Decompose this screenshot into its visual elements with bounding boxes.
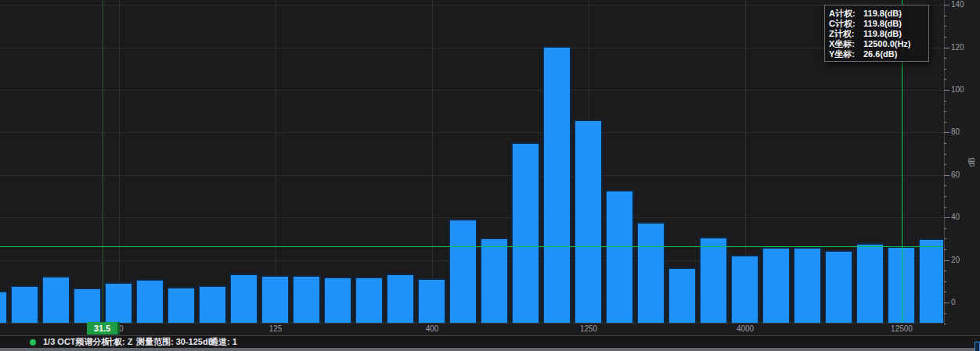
readout-value: 119.8(dB) <box>863 29 924 38</box>
y-axis-line <box>944 0 945 324</box>
bar-1000Hz[interactable] <box>542 46 571 323</box>
bar-2500Hz[interactable] <box>668 267 697 323</box>
bar-125Hz[interactable] <box>261 275 290 323</box>
bar-630Hz[interactable] <box>480 238 509 323</box>
bar-315Hz[interactable] <box>386 274 415 323</box>
y-minor-tick <box>944 324 946 324</box>
channel-label: 通道: 1 <box>210 336 237 348</box>
bar-50Hz[interactable] <box>135 279 164 323</box>
status-bar: 1/3 OCT频谱分析_1 计权: Z 测量范围: 30-125dB 通道: 1 <box>0 336 980 348</box>
y-major-tick <box>944 132 949 133</box>
bar-160Hz[interactable] <box>292 275 321 323</box>
y-minor-tick <box>944 111 946 112</box>
y-major-tick <box>944 260 949 261</box>
crosshair-hline[interactable] <box>0 246 943 247</box>
bar-20Hz[interactable] <box>10 285 39 323</box>
readout-row-c-weight: C计权: 119.8(dB) <box>829 19 924 28</box>
cursor-freq-badge: 31.5 <box>87 322 120 335</box>
y-minor-tick <box>944 37 946 38</box>
x-tick-label: 125 <box>252 324 299 334</box>
y-minor-tick <box>944 207 946 208</box>
weighting-label: 计权: Z <box>105 336 132 348</box>
plot-area[interactable] <box>0 0 943 323</box>
readout-row-a-weight: A计权: 119.8(dB) <box>829 9 924 18</box>
bar-8000Hz[interactable] <box>824 250 853 323</box>
bar-10000Hz[interactable] <box>856 243 885 323</box>
y-minor-tick <box>944 270 946 271</box>
y-major-tick <box>944 5 949 5</box>
y-minor-tick <box>944 69 946 70</box>
bar-400Hz[interactable] <box>417 278 446 323</box>
readout-row-x-coord: X坐标: 12500.0(Hz) <box>829 39 924 48</box>
readout-panel: A计权: 119.8(dB) C计权: 119.8(dB) Z计权: 119.8… <box>824 5 929 62</box>
y-minor-tick <box>944 281 946 282</box>
y-major-tick <box>944 217 949 218</box>
readout-label: C计权: <box>829 19 863 28</box>
bar-63Hz[interactable] <box>167 287 196 323</box>
y-axis-unit-label: dB <box>967 152 976 167</box>
readout-row-z-weight: Z计权: 119.8(dB) <box>829 29 924 38</box>
y-tick-label: 100 <box>951 85 978 95</box>
readout-value: 12500.0(Hz) <box>863 39 924 48</box>
v-gridline <box>432 0 433 323</box>
bar-80Hz[interactable] <box>198 285 227 323</box>
y-minor-tick <box>944 292 946 292</box>
bar-16Hz[interactable] <box>0 291 8 323</box>
v-gridline <box>119 0 120 323</box>
readout-label: Z计权: <box>829 29 863 38</box>
bar-2000Hz[interactable] <box>636 222 665 323</box>
bar-6300Hz[interactable] <box>793 247 822 323</box>
y-minor-tick <box>944 196 946 197</box>
y-minor-tick <box>944 238 946 239</box>
scrollbar-thumb[interactable] <box>975 342 980 351</box>
bar-500Hz[interactable] <box>449 219 477 323</box>
y-minor-tick <box>944 16 946 16</box>
marker-line-left[interactable] <box>103 0 103 323</box>
y-tick-label: 120 <box>951 43 978 52</box>
bar-25Hz[interactable] <box>41 276 70 323</box>
bar-1250Hz[interactable] <box>574 120 603 323</box>
bar-3150Hz[interactable] <box>699 237 728 323</box>
y-minor-tick <box>944 58 946 59</box>
readout-value: 119.8(dB) <box>863 19 924 28</box>
y-minor-tick <box>944 26 946 27</box>
y-minor-tick <box>944 143 946 144</box>
bar-40Hz[interactable] <box>104 282 133 323</box>
h-gridline <box>0 5 943 5</box>
bar-4000Hz[interactable] <box>730 255 759 323</box>
y-tick-label: 60 <box>951 170 978 180</box>
x-tick-label: 12500 <box>878 324 925 334</box>
y-minor-tick <box>944 249 946 250</box>
h-gridline <box>0 132 943 133</box>
y-major-tick <box>944 303 949 303</box>
y-tick-label: 40 <box>951 213 978 222</box>
readout-label: X坐标: <box>829 39 863 48</box>
h-gridline <box>0 90 943 91</box>
y-major-tick <box>944 90 949 91</box>
bar-800Hz[interactable] <box>511 142 540 323</box>
y-tick-label: 140 <box>951 0 978 9</box>
y-minor-tick <box>944 313 946 314</box>
series-color-dot <box>30 339 36 346</box>
x-tick-label: 4000 <box>722 324 769 334</box>
bar-16000Hz[interactable] <box>918 238 943 323</box>
bottom-scrollbar-track[interactable] <box>0 348 980 351</box>
readout-label: Y坐标: <box>829 49 863 59</box>
y-tick-label: 20 <box>951 256 978 265</box>
bar-5000Hz[interactable] <box>762 247 791 323</box>
y-minor-tick <box>944 228 946 229</box>
y-minor-tick <box>944 164 946 165</box>
h-gridline <box>0 48 943 48</box>
x-tick-label: 1250 <box>565 324 612 334</box>
bar-1600Hz[interactable] <box>605 190 634 323</box>
y-minor-tick <box>944 185 946 186</box>
x-tick-label: 400 <box>409 324 456 334</box>
bar-250Hz[interactable] <box>355 277 384 323</box>
bar-31.5Hz[interactable] <box>73 288 102 323</box>
readout-value: 119.8(dB) <box>863 9 924 18</box>
y-tick-label: 0 <box>951 298 978 307</box>
bar-200Hz[interactable] <box>323 277 352 323</box>
y-major-tick <box>944 175 949 176</box>
y-major-tick <box>944 48 949 48</box>
bar-100Hz[interactable] <box>229 274 258 323</box>
